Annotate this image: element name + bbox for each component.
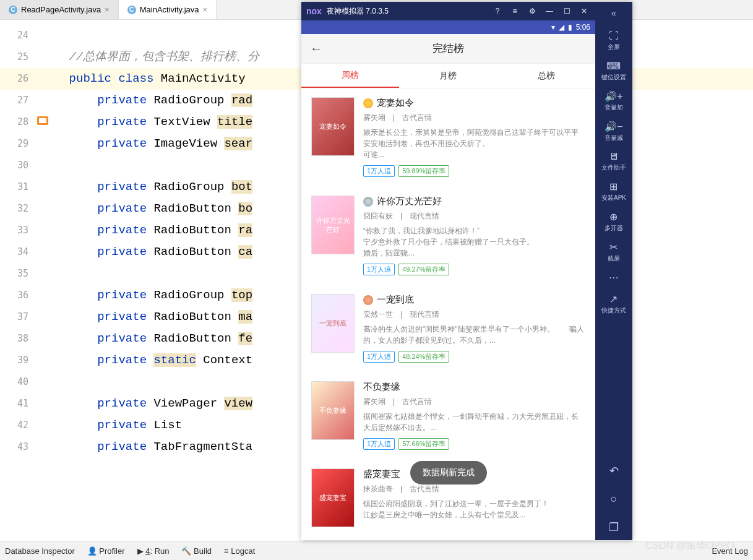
book-item[interactable]: 宠妻如令 宠妻如令 雾矢翊 | 古代言情 娘亲是长公主，亲舅舅是皇帝，阿菀觉得自…	[301, 88, 595, 187]
book-cover: 一宠到底	[311, 294, 355, 353]
minimize-icon[interactable]: —	[543, 7, 556, 15]
sidebar-icon: ⋯	[601, 272, 626, 283]
sidebar-icon: ⊞	[601, 181, 626, 192]
help-icon[interactable]: ?	[491, 7, 504, 15]
line-number: 38	[0, 328, 35, 350]
sidebar-label: 文件助手	[601, 164, 626, 171]
wifi-icon: ▾	[551, 23, 555, 32]
collapse-button[interactable]: «	[595, 6, 632, 24]
line-number: 28	[0, 111, 35, 133]
tool-event-log[interactable]: Event Log	[712, 546, 748, 556]
line-number: 27	[0, 90, 35, 111]
line-gutter: 2425262728293031323334353637383940414243	[0, 20, 35, 541]
gutter-marker-icon[interactable]	[37, 116, 48, 125]
tool-database-inspector[interactable]: Database Inspector	[5, 546, 75, 556]
sidebar-button[interactable]: ↗快捷方式	[601, 290, 626, 320]
follow-badge: 1万人追	[363, 165, 395, 177]
badge-row: 1万人追59.89%留存率	[363, 165, 585, 177]
sidebar-label: 音量减	[605, 134, 623, 141]
signal-icon: ◢	[559, 23, 564, 32]
java-file-icon: C	[127, 6, 136, 14]
close-icon[interactable]: ✕	[578, 7, 590, 15]
book-desc: 镇国公府阳盛阴衰，到了江妙这一辈，一屋子全是男丁！江妙是三房之中唯一的女娃，上头…	[363, 498, 585, 520]
book-desc: 高冷的生人勿进的"国民男神"陆斐家里早有了一个小男神。 骗人的，女人的影子都没见…	[363, 324, 585, 346]
book-item[interactable]: 一宠到底 一宠到底 安然一世 | 现代言情 高冷的生人勿进的"国民男神"陆斐家里…	[301, 285, 595, 373]
line-number: 43	[0, 436, 35, 458]
sidebar-button[interactable]: ⛶全屏	[601, 27, 626, 56]
book-cover: 许你万丈光芒好	[311, 196, 355, 254]
line-number: 33	[0, 220, 35, 241]
book-author: 雾矢翊 | 古代言情	[363, 113, 585, 123]
sidebar-label: 全屏	[608, 43, 620, 50]
sidebar-icon: ⛶	[601, 30, 626, 41]
sidebar-icon: ⌨	[601, 60, 626, 72]
close-tab-icon[interactable]: ×	[105, 5, 110, 14]
sidebar-label: 音量加	[605, 104, 623, 111]
menu-icon[interactable]: ≡	[509, 7, 521, 15]
ranking-tab[interactable]: 总榜	[497, 64, 595, 88]
sidebar-button[interactable]: 🔊+音量加	[601, 87, 626, 117]
emulator-titlebar: nox 夜神模拟器 7.0.3.5 ? ≡ ⚙ — ☐ ✕	[301, 2, 595, 20]
editor-tab[interactable]: CMainActivity.java×	[119, 0, 217, 19]
page-title: 完结榜	[331, 41, 566, 56]
back-button[interactable]: ←	[301, 41, 331, 56]
ranking-tabs: 周榜月榜总榜	[301, 64, 595, 88]
sidebar-button[interactable]: ✂截屏	[601, 238, 626, 268]
retain-badge: 59.89%留存率	[398, 165, 449, 177]
line-number: 31	[0, 176, 35, 198]
book-author: 雾矢翊 | 古代言情	[363, 397, 585, 407]
tool-logcat[interactable]: ≡ Logcat	[224, 546, 255, 556]
ranking-tab[interactable]: 周榜	[301, 64, 399, 88]
sidebar-icon: 🔊+	[601, 90, 626, 102]
retain-badge: 57.66%留存率	[398, 438, 449, 450]
book-desc: 娘亲是长公主，亲舅舅是皇帝，阿菀觉得自己这辈子终于可以平平安安地活到老，再也不用…	[363, 127, 585, 160]
nav-recent-icon[interactable]: ❐	[595, 514, 632, 540]
line-number: 41	[0, 393, 35, 415]
book-author: 抹茶曲奇 | 古代言情	[363, 484, 585, 494]
book-meta: 宠妻如令 雾矢翊 | 古代言情 娘亲是长公主，亲舅舅是皇帝，阿菀觉得自己这辈子终…	[363, 97, 585, 177]
book-item[interactable]: 许你万丈光芒好 许你万丈光芒好 囧囧有妖 | 现代言情 “你救了我，我让我爹地以…	[301, 187, 595, 285]
sidebar-button[interactable]: 🔊−音量减	[601, 117, 626, 147]
retain-badge: 49.27%留存率	[398, 264, 449, 275]
book-list[interactable]: 宠妻如令 宠妻如令 雾矢翊 | 古代言情 娘亲是长公主，亲舅舅是皇帝，阿菀觉得自…	[301, 88, 595, 540]
book-item[interactable]: 不负妻缘 不负妻缘 雾矢翊 | 古代言情 据闻崔家七姑娘是个悍女，一剑舞动平南城…	[301, 373, 595, 460]
maximize-icon[interactable]: ☐	[561, 7, 573, 15]
medal-icon	[363, 295, 373, 305]
follow-badge: 1万人追	[363, 438, 395, 450]
nav-back-icon[interactable]: ↶	[595, 458, 632, 484]
book-cover: 宠妻如令	[311, 97, 355, 156]
close-tab-icon[interactable]: ×	[203, 5, 208, 14]
follow-badge: 1万人追	[363, 351, 395, 363]
badge-row: 1万人追57.66%留存率	[363, 438, 585, 450]
line-number: 24	[0, 25, 35, 46]
emulator-window: nox 夜神模拟器 7.0.3.5 ? ≡ ⚙ — ☐ ✕ ▾ ◢ ▮ 5:06…	[301, 2, 632, 540]
line-number: 32	[0, 198, 35, 220]
sidebar-button[interactable]: ⊕多开器	[601, 207, 626, 238]
editor-tab[interactable]: CReadPageActivity.java×	[0, 0, 119, 19]
tool-build[interactable]: 🔨 Build	[181, 546, 212, 556]
sidebar-button[interactable]: ⊞安装APK	[601, 177, 626, 207]
line-number: 42	[0, 415, 35, 436]
sidebar-icon: ↗	[601, 293, 626, 305]
badge-row: 1万人追49.27%留存率	[363, 264, 585, 275]
book-desc: “你救了我，我让我爹地以身相许！”宁夕意外救了只小包子，结果被附赠了一只大包子。…	[363, 225, 585, 259]
book-title: 许你万丈光芒好	[363, 196, 585, 207]
tool-run[interactable]: ▶ 4: Run	[137, 546, 170, 556]
tab-label: ReadPageActivity.java	[21, 5, 101, 14]
line-number: 26	[0, 68, 35, 90]
line-number: 40	[0, 371, 35, 393]
tool-profiler[interactable]: 👤 Profiler	[87, 546, 125, 556]
gear-icon[interactable]: ⚙	[526, 7, 538, 15]
sidebar-button[interactable]: ⌨键位设置	[601, 56, 626, 87]
sidebar-label: 多开器	[605, 225, 623, 231]
book-meta: 许你万丈光芒好 囧囧有妖 | 现代言情 “你救了我，我让我爹地以身相许！”宁夕意…	[363, 196, 585, 275]
nav-home-icon[interactable]: ○	[595, 486, 632, 512]
sidebar-button[interactable]: ⋯	[601, 268, 626, 290]
book-title: 宠妻如令	[363, 97, 585, 109]
nox-logo: nox	[306, 6, 322, 16]
line-number: 36	[0, 285, 35, 306]
book-title: 一宠到底	[363, 294, 585, 306]
ranking-tab[interactable]: 月榜	[399, 64, 497, 88]
sidebar-button[interactable]: 🖥文件助手	[601, 147, 626, 177]
medal-icon	[363, 197, 373, 207]
